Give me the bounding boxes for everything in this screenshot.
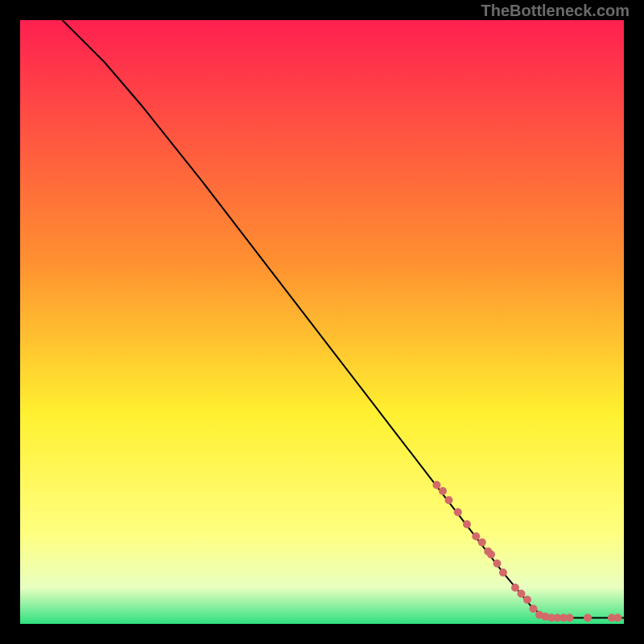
chart-container — [20, 20, 624, 624]
data-marker — [499, 568, 507, 576]
data-marker — [493, 559, 502, 568]
data-marker — [530, 605, 538, 613]
data-marker — [439, 487, 447, 495]
data-marker — [518, 590, 526, 598]
gradient-background — [20, 20, 624, 624]
data-marker — [584, 614, 592, 622]
data-marker — [463, 520, 471, 528]
data-marker — [523, 596, 531, 604]
data-marker — [472, 532, 480, 540]
chart-svg — [20, 20, 624, 624]
data-marker — [566, 614, 574, 622]
data-marker — [487, 551, 495, 559]
data-marker — [454, 508, 462, 516]
data-marker — [614, 614, 622, 622]
data-marker — [433, 481, 441, 489]
data-marker — [445, 496, 453, 504]
data-marker — [511, 584, 519, 592]
watermark-text: TheBottleneck.com — [481, 2, 630, 20]
data-marker — [478, 539, 486, 547]
